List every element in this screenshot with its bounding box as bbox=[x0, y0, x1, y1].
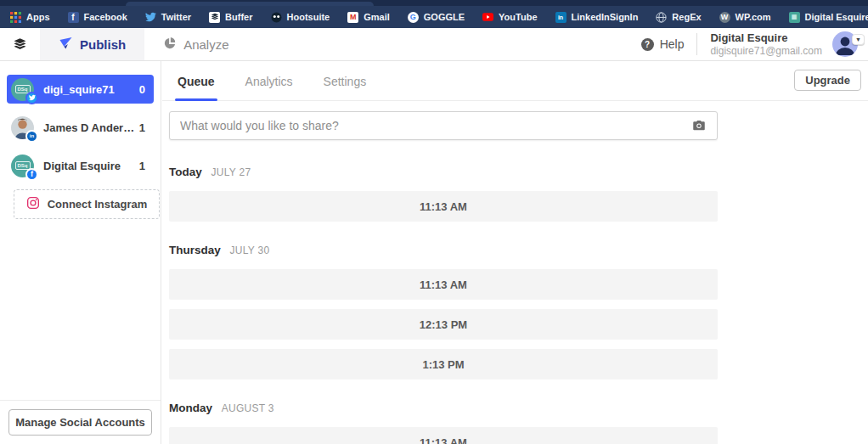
queue-section-thursday: Thursday JULY 30 11:13 AM 12:13 PM 1:13 … bbox=[169, 244, 718, 379]
queue-tab-bar: Queue Analytics Settings Upgrade bbox=[162, 61, 868, 101]
section-date: AUGUST 3 bbox=[222, 402, 274, 414]
bookmark-label: Buffer bbox=[225, 12, 252, 22]
nav-publish-label: Publish bbox=[80, 37, 126, 52]
section-day: Monday bbox=[169, 402, 212, 414]
apps-grid-icon bbox=[10, 12, 21, 23]
main-panel: Queue Analytics Settings Upgrade Today J… bbox=[162, 61, 868, 444]
hootsuite-owl-icon bbox=[271, 12, 282, 23]
section-day: Today bbox=[169, 166, 202, 178]
section-heading: Monday AUGUST 3 bbox=[169, 402, 718, 414]
camera-icon[interactable] bbox=[691, 118, 707, 133]
avatar: DSq f bbox=[11, 155, 34, 177]
manage-social-accounts-button[interactable]: Manage Social Accounts bbox=[8, 409, 152, 436]
tab-analytics[interactable]: Analytics bbox=[245, 75, 293, 100]
help-button[interactable]: ? Help bbox=[641, 37, 685, 51]
facebook-icon: f bbox=[68, 12, 79, 23]
accounts-sidebar: DSq digi_squire71 0 in James D Ander… bbox=[0, 61, 161, 444]
facebook-badge-icon: f bbox=[25, 168, 38, 181]
account-name: Digital Esquire bbox=[710, 31, 822, 45]
bookmark-label: Digital Esquire bbox=[805, 12, 868, 22]
bookmark-youtube[interactable]: YouTube bbox=[482, 12, 537, 23]
queue-section-monday: Monday AUGUST 3 11:13 AM bbox=[169, 402, 718, 444]
nav-analyze[interactable]: Analyze bbox=[144, 28, 247, 60]
bookmark-label: GOGGLE bbox=[424, 12, 465, 22]
bookmark-twitter[interactable]: Twitter bbox=[145, 12, 191, 23]
queue-count-badge: 1 bbox=[139, 160, 145, 172]
time-slot[interactable]: 1:13 PM bbox=[169, 349, 718, 379]
browser-tabstrip bbox=[0, 0, 868, 6]
gmail-icon: M bbox=[347, 12, 358, 23]
bookmark-hootsuite[interactable]: Hootsuite bbox=[271, 12, 330, 23]
section-day: Thursday bbox=[169, 244, 221, 256]
linkedin-icon: in bbox=[555, 12, 566, 23]
sidebar-footer: Manage Social Accounts bbox=[0, 400, 161, 444]
bookmark-digital-esquire[interactable]: ▦ Digital Esquire bbox=[789, 12, 868, 23]
help-label: Help bbox=[660, 37, 685, 51]
upgrade-button[interactable]: Upgrade bbox=[794, 70, 861, 91]
buffer-logo-icon[interactable] bbox=[0, 37, 40, 52]
avatar: DSq bbox=[11, 78, 34, 101]
bookmark-label: Gmail bbox=[364, 12, 390, 22]
queue-section-today: Today JULY 27 11:13 AM bbox=[169, 166, 718, 222]
bookmark-buffer[interactable]: Buffer bbox=[209, 12, 252, 23]
google-icon: G bbox=[408, 12, 419, 23]
composer-input[interactable] bbox=[180, 119, 691, 132]
bookmark-wpcom[interactable]: W WP.com bbox=[719, 12, 771, 23]
bookmark-apps[interactable]: Apps bbox=[10, 12, 50, 23]
bookmark-regex[interactable]: RegEx bbox=[656, 12, 701, 23]
bookmarks-bar: Apps f Facebook Twitter Buffer Hootsuite… bbox=[0, 6, 868, 28]
nav-publish[interactable]: Publish bbox=[40, 28, 144, 60]
bookmark-label: Twitter bbox=[161, 12, 191, 22]
connect-instagram-button[interactable]: Connect Instagram bbox=[14, 189, 160, 219]
bookmark-label: WP.com bbox=[736, 12, 771, 22]
bookmark-label: LinkedInSignIn bbox=[572, 12, 639, 22]
bookmark-label: Facebook bbox=[84, 12, 127, 22]
account-email: digisquire71@gmail.com bbox=[710, 45, 822, 57]
account-label: Digital Esquire bbox=[43, 160, 139, 172]
time-slot[interactable]: 11:13 AM bbox=[169, 269, 718, 300]
account-menu-button[interactable]: ▼ bbox=[832, 31, 858, 57]
bookmark-label: YouTube bbox=[499, 12, 537, 22]
queue-count-badge: 0 bbox=[139, 83, 145, 96]
sidebar-account-james-d-anderson[interactable]: in James D Ander… 1 bbox=[7, 113, 154, 142]
instagram-icon bbox=[26, 196, 40, 212]
account-list: DSq digi_squire71 0 in James D Ander… bbox=[0, 61, 161, 219]
account-label: digi_squire71 bbox=[43, 83, 139, 96]
section-date: JULY 27 bbox=[211, 166, 251, 178]
sidebar-account-digi-squire71[interactable]: DSq digi_squire71 0 bbox=[7, 75, 154, 104]
time-slot[interactable]: 11:13 AM bbox=[169, 427, 718, 444]
bookmark-facebook[interactable]: f Facebook bbox=[68, 12, 127, 23]
post-composer bbox=[169, 111, 718, 140]
nav-analyze-label: Analyze bbox=[183, 37, 228, 52]
account-label: James D Ander… bbox=[43, 121, 139, 134]
queue-count-badge: 1 bbox=[139, 121, 145, 134]
help-icon: ? bbox=[641, 38, 654, 51]
bookmark-label: Hootsuite bbox=[287, 12, 330, 22]
pie-chart-icon bbox=[163, 37, 177, 53]
twitter-icon bbox=[145, 12, 156, 23]
buffer-icon bbox=[209, 12, 220, 23]
bookmark-gmail[interactable]: M Gmail bbox=[347, 12, 390, 23]
bookmark-linkedin[interactable]: in LinkedInSignIn bbox=[555, 12, 639, 23]
bookmark-label: Apps bbox=[26, 12, 50, 22]
publish-icon bbox=[59, 36, 73, 53]
tab-settings[interactable]: Settings bbox=[324, 75, 367, 100]
section-date: JULY 30 bbox=[229, 244, 269, 256]
manage-social-accounts-label: Manage Social Accounts bbox=[15, 416, 145, 429]
account-info: Digital Esquire digisquire71@gmail.com bbox=[710, 31, 822, 57]
section-heading: Today JULY 27 bbox=[169, 166, 718, 178]
sidebar-account-digital-esquire[interactable]: DSq f Digital Esquire 1 bbox=[7, 151, 154, 180]
connect-instagram-label: Connect Instagram bbox=[48, 198, 148, 211]
header-right: ? Help Digital Esquire digisquire71@gmai… bbox=[641, 31, 868, 57]
queue-content: Today JULY 27 11:13 AM Thursday JULY 30 … bbox=[169, 101, 718, 444]
avatar: in bbox=[11, 116, 34, 139]
section-heading: Thursday JULY 30 bbox=[169, 244, 718, 256]
site-icon: ▦ bbox=[789, 12, 800, 23]
chevron-down-icon: ▼ bbox=[852, 34, 865, 45]
bookmark-google[interactable]: G GOGGLE bbox=[408, 12, 465, 23]
time-slot[interactable]: 12:13 PM bbox=[169, 309, 718, 340]
bookmark-label: RegEx bbox=[672, 12, 701, 22]
time-slot[interactable]: 11:13 AM bbox=[169, 191, 718, 222]
buffer-publish-screen: Apps f Facebook Twitter Buffer Hootsuite… bbox=[0, 0, 868, 444]
tab-queue[interactable]: Queue bbox=[178, 75, 215, 100]
